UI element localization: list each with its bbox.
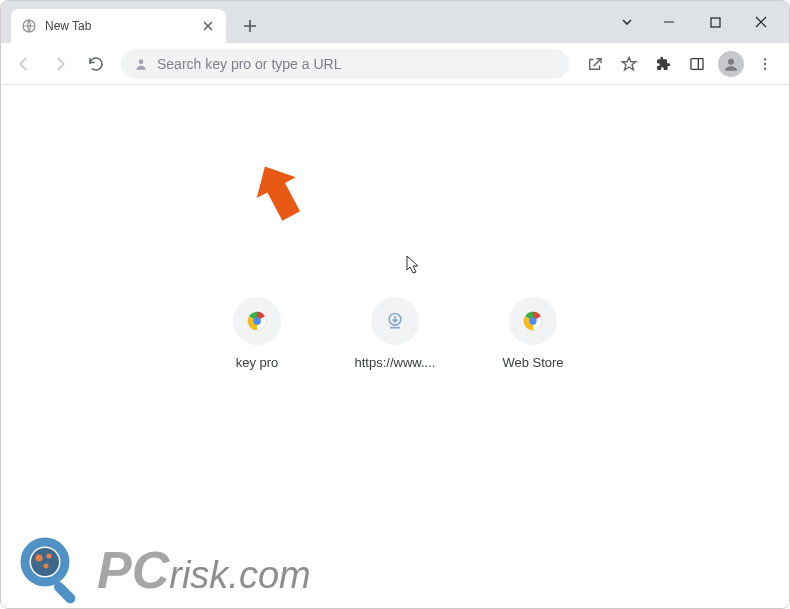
svg-point-16 xyxy=(36,555,43,562)
svg-point-13 xyxy=(529,317,536,324)
shortcut-label: Web Store xyxy=(502,355,563,370)
browser-tab[interactable]: New Tab xyxy=(11,9,226,43)
svg-point-5 xyxy=(764,58,766,60)
toolbar-actions xyxy=(579,48,781,80)
magnifier-icon xyxy=(19,536,87,604)
search-engine-icon xyxy=(133,56,149,72)
svg-point-17 xyxy=(47,554,52,559)
avatar-icon xyxy=(718,51,744,77)
svg-point-6 xyxy=(764,62,766,64)
shortcut-favicon xyxy=(233,297,281,345)
tab-search-button[interactable] xyxy=(609,7,645,37)
svg-point-7 xyxy=(764,67,766,69)
maximize-button[interactable] xyxy=(693,7,737,37)
bookmark-icon[interactable] xyxy=(613,48,645,80)
tab-title: New Tab xyxy=(45,19,192,33)
minimize-button[interactable] xyxy=(647,7,691,37)
new-tab-page: key pro https://www.... Web Store xyxy=(1,85,789,609)
forward-button[interactable] xyxy=(45,49,75,79)
close-window-button[interactable] xyxy=(739,7,783,37)
svg-rect-3 xyxy=(691,58,703,69)
watermark-brand: PC xyxy=(97,541,169,599)
shortcut-favicon xyxy=(371,297,419,345)
toolbar: Search key pro or type a URL xyxy=(1,43,789,85)
annotation-arrow-icon xyxy=(251,161,307,229)
shortcut-label: key pro xyxy=(236,355,279,370)
cursor-icon xyxy=(406,255,422,279)
watermark: PCrisk.com xyxy=(19,536,311,604)
shortcut-tile[interactable]: https://www.... xyxy=(339,297,451,370)
extensions-icon[interactable] xyxy=(647,48,679,80)
svg-point-2 xyxy=(139,59,144,64)
shortcut-label: https://www.... xyxy=(355,355,436,370)
close-tab-icon[interactable] xyxy=(200,18,216,34)
watermark-text: PCrisk.com xyxy=(97,540,311,600)
omnibox-placeholder: Search key pro or type a URL xyxy=(157,56,557,72)
shortcut-tile[interactable]: Web Store xyxy=(477,297,589,370)
titlebar: New Tab xyxy=(1,1,789,43)
svg-rect-19 xyxy=(52,580,77,604)
share-icon[interactable] xyxy=(579,48,611,80)
svg-point-10 xyxy=(253,317,260,324)
svg-rect-1 xyxy=(711,18,720,27)
svg-point-4 xyxy=(728,58,734,64)
reload-button[interactable] xyxy=(81,49,111,79)
profile-button[interactable] xyxy=(715,48,747,80)
back-button[interactable] xyxy=(9,49,39,79)
watermark-domain: risk.com xyxy=(169,554,310,596)
shortcut-favicon xyxy=(509,297,557,345)
menu-button[interactable] xyxy=(749,48,781,80)
globe-icon xyxy=(21,18,37,34)
svg-point-15 xyxy=(31,548,59,576)
svg-point-18 xyxy=(44,564,49,569)
side-panel-icon[interactable] xyxy=(681,48,713,80)
window-controls xyxy=(609,1,783,43)
shortcuts-grid: key pro https://www.... Web Store xyxy=(1,297,789,370)
shortcut-tile[interactable]: key pro xyxy=(201,297,313,370)
address-bar[interactable]: Search key pro or type a URL xyxy=(121,49,569,79)
new-tab-button[interactable] xyxy=(236,12,264,40)
